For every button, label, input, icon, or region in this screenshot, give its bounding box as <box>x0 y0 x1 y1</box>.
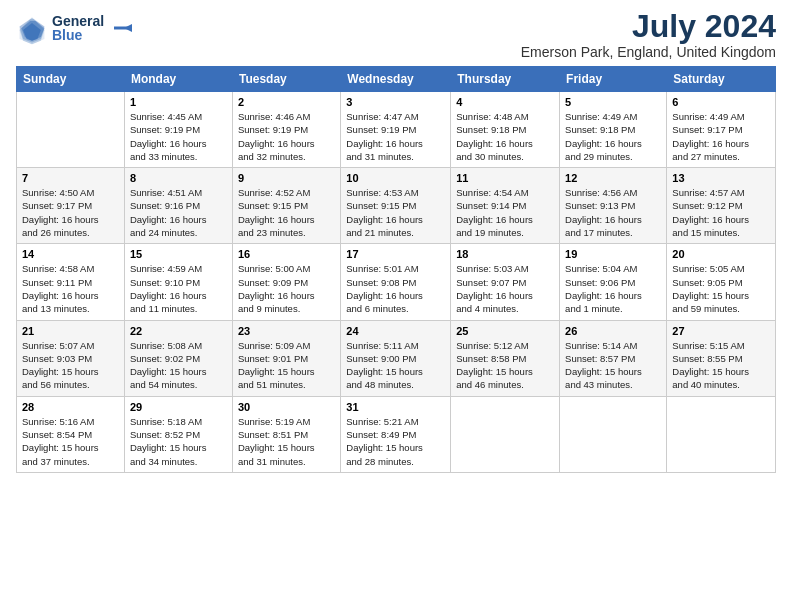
day-info: Sunrise: 4:49 AMSunset: 9:17 PMDaylight:… <box>672 110 770 163</box>
col-monday: Monday <box>124 67 232 92</box>
col-sunday: Sunday <box>17 67 125 92</box>
day-number: 12 <box>565 172 661 184</box>
day-number: 22 <box>130 325 227 337</box>
day-number: 18 <box>456 248 554 260</box>
day-number: 15 <box>130 248 227 260</box>
calendar-cell: 16Sunrise: 5:00 AMSunset: 9:09 PMDayligh… <box>232 244 340 320</box>
col-thursday: Thursday <box>451 67 560 92</box>
calendar-cell: 6Sunrise: 4:49 AMSunset: 9:17 PMDaylight… <box>667 92 776 168</box>
svg-text:Blue: Blue <box>52 27 83 43</box>
day-info: Sunrise: 5:12 AMSunset: 8:58 PMDaylight:… <box>456 339 554 392</box>
day-number: 24 <box>346 325 445 337</box>
day-info: Sunrise: 5:18 AMSunset: 8:52 PMDaylight:… <box>130 415 227 468</box>
calendar-cell: 20Sunrise: 5:05 AMSunset: 9:05 PMDayligh… <box>667 244 776 320</box>
day-number: 13 <box>672 172 770 184</box>
calendar-cell: 31Sunrise: 5:21 AMSunset: 8:49 PMDayligh… <box>341 396 451 472</box>
month-year-title: July 2024 <box>521 10 776 42</box>
calendar-header-row: Sunday Monday Tuesday Wednesday Thursday… <box>17 67 776 92</box>
day-info: Sunrise: 4:56 AMSunset: 9:13 PMDaylight:… <box>565 186 661 239</box>
day-number: 6 <box>672 96 770 108</box>
day-info: Sunrise: 5:09 AMSunset: 9:01 PMDaylight:… <box>238 339 335 392</box>
col-friday: Friday <box>560 67 667 92</box>
day-number: 20 <box>672 248 770 260</box>
day-info: Sunrise: 5:16 AMSunset: 8:54 PMDaylight:… <box>22 415 119 468</box>
day-info: Sunrise: 4:53 AMSunset: 9:15 PMDaylight:… <box>346 186 445 239</box>
col-wednesday: Wednesday <box>341 67 451 92</box>
day-number: 19 <box>565 248 661 260</box>
calendar-cell: 9Sunrise: 4:52 AMSunset: 9:15 PMDaylight… <box>232 168 340 244</box>
day-info: Sunrise: 4:49 AMSunset: 9:18 PMDaylight:… <box>565 110 661 163</box>
calendar-cell: 23Sunrise: 5:09 AMSunset: 9:01 PMDayligh… <box>232 320 340 396</box>
day-number: 2 <box>238 96 335 108</box>
calendar-week-row: 7Sunrise: 4:50 AMSunset: 9:17 PMDaylight… <box>17 168 776 244</box>
day-number: 3 <box>346 96 445 108</box>
calendar-table: Sunday Monday Tuesday Wednesday Thursday… <box>16 66 776 473</box>
day-info: Sunrise: 4:58 AMSunset: 9:11 PMDaylight:… <box>22 262 119 315</box>
calendar-cell <box>451 396 560 472</box>
day-number: 9 <box>238 172 335 184</box>
day-info: Sunrise: 5:01 AMSunset: 9:08 PMDaylight:… <box>346 262 445 315</box>
day-number: 11 <box>456 172 554 184</box>
day-info: Sunrise: 5:15 AMSunset: 8:55 PMDaylight:… <box>672 339 770 392</box>
calendar-cell: 5Sunrise: 4:49 AMSunset: 9:18 PMDaylight… <box>560 92 667 168</box>
calendar-cell: 27Sunrise: 5:15 AMSunset: 8:55 PMDayligh… <box>667 320 776 396</box>
title-block: July 2024 Emerson Park, England, United … <box>521 10 776 60</box>
day-info: Sunrise: 5:00 AMSunset: 9:09 PMDaylight:… <box>238 262 335 315</box>
calendar-week-row: 21Sunrise: 5:07 AMSunset: 9:03 PMDayligh… <box>17 320 776 396</box>
day-info: Sunrise: 4:45 AMSunset: 9:19 PMDaylight:… <box>130 110 227 163</box>
calendar-cell: 15Sunrise: 4:59 AMSunset: 9:10 PMDayligh… <box>124 244 232 320</box>
day-number: 31 <box>346 401 445 413</box>
day-info: Sunrise: 5:19 AMSunset: 8:51 PMDaylight:… <box>238 415 335 468</box>
day-info: Sunrise: 4:57 AMSunset: 9:12 PMDaylight:… <box>672 186 770 239</box>
calendar-cell: 4Sunrise: 4:48 AMSunset: 9:18 PMDaylight… <box>451 92 560 168</box>
day-number: 1 <box>130 96 227 108</box>
col-saturday: Saturday <box>667 67 776 92</box>
day-number: 4 <box>456 96 554 108</box>
day-info: Sunrise: 5:08 AMSunset: 9:02 PMDaylight:… <box>130 339 227 392</box>
day-info: Sunrise: 4:48 AMSunset: 9:18 PMDaylight:… <box>456 110 554 163</box>
day-info: Sunrise: 4:52 AMSunset: 9:15 PMDaylight:… <box>238 186 335 239</box>
calendar-cell: 29Sunrise: 5:18 AMSunset: 8:52 PMDayligh… <box>124 396 232 472</box>
calendar-cell: 17Sunrise: 5:01 AMSunset: 9:08 PMDayligh… <box>341 244 451 320</box>
day-info: Sunrise: 4:47 AMSunset: 9:19 PMDaylight:… <box>346 110 445 163</box>
calendar-week-row: 28Sunrise: 5:16 AMSunset: 8:54 PMDayligh… <box>17 396 776 472</box>
day-info: Sunrise: 4:54 AMSunset: 9:14 PMDaylight:… <box>456 186 554 239</box>
calendar-week-row: 14Sunrise: 4:58 AMSunset: 9:11 PMDayligh… <box>17 244 776 320</box>
day-number: 17 <box>346 248 445 260</box>
day-number: 14 <box>22 248 119 260</box>
day-number: 29 <box>130 401 227 413</box>
day-number: 26 <box>565 325 661 337</box>
header: General Blue July 2024 Emerson Park, Eng… <box>16 10 776 60</box>
day-number: 27 <box>672 325 770 337</box>
calendar-cell: 26Sunrise: 5:14 AMSunset: 8:57 PMDayligh… <box>560 320 667 396</box>
calendar-cell: 13Sunrise: 4:57 AMSunset: 9:12 PMDayligh… <box>667 168 776 244</box>
calendar-cell: 24Sunrise: 5:11 AMSunset: 9:00 PMDayligh… <box>341 320 451 396</box>
day-info: Sunrise: 5:03 AMSunset: 9:07 PMDaylight:… <box>456 262 554 315</box>
calendar-cell: 10Sunrise: 4:53 AMSunset: 9:15 PMDayligh… <box>341 168 451 244</box>
calendar-cell: 25Sunrise: 5:12 AMSunset: 8:58 PMDayligh… <box>451 320 560 396</box>
col-tuesday: Tuesday <box>232 67 340 92</box>
calendar-week-row: 1Sunrise: 4:45 AMSunset: 9:19 PMDaylight… <box>17 92 776 168</box>
day-info: Sunrise: 5:05 AMSunset: 9:05 PMDaylight:… <box>672 262 770 315</box>
calendar-cell: 12Sunrise: 4:56 AMSunset: 9:13 PMDayligh… <box>560 168 667 244</box>
location-subtitle: Emerson Park, England, United Kingdom <box>521 44 776 60</box>
day-info: Sunrise: 5:11 AMSunset: 9:00 PMDaylight:… <box>346 339 445 392</box>
day-info: Sunrise: 5:07 AMSunset: 9:03 PMDaylight:… <box>22 339 119 392</box>
day-number: 8 <box>130 172 227 184</box>
calendar-cell <box>560 396 667 472</box>
calendar-cell: 3Sunrise: 4:47 AMSunset: 9:19 PMDaylight… <box>341 92 451 168</box>
calendar-cell: 2Sunrise: 4:46 AMSunset: 9:19 PMDaylight… <box>232 92 340 168</box>
calendar-cell <box>667 396 776 472</box>
logo-text: General Blue <box>52 10 132 50</box>
calendar-cell: 11Sunrise: 4:54 AMSunset: 9:14 PMDayligh… <box>451 168 560 244</box>
day-number: 16 <box>238 248 335 260</box>
day-number: 7 <box>22 172 119 184</box>
calendar-cell: 28Sunrise: 5:16 AMSunset: 8:54 PMDayligh… <box>17 396 125 472</box>
day-number: 30 <box>238 401 335 413</box>
day-info: Sunrise: 4:51 AMSunset: 9:16 PMDaylight:… <box>130 186 227 239</box>
day-info: Sunrise: 4:50 AMSunset: 9:17 PMDaylight:… <box>22 186 119 239</box>
day-number: 28 <box>22 401 119 413</box>
day-info: Sunrise: 5:21 AMSunset: 8:49 PMDaylight:… <box>346 415 445 468</box>
day-number: 10 <box>346 172 445 184</box>
page: General Blue July 2024 Emerson Park, Eng… <box>0 0 792 612</box>
